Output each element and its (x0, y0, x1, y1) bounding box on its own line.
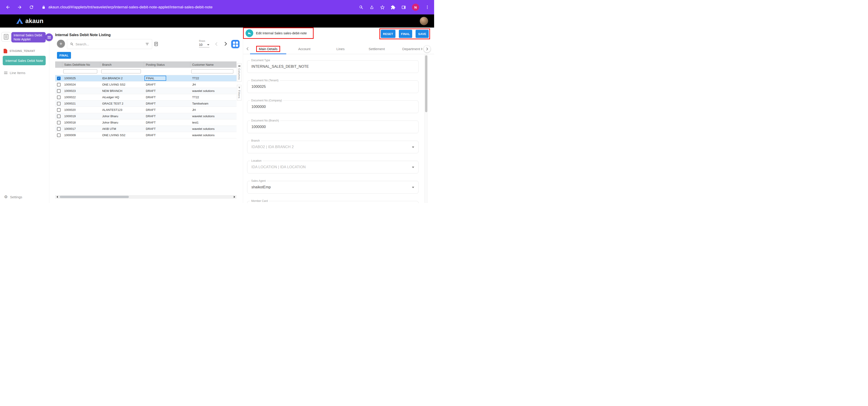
browser-toolbar: akaun.cloud/#/applets/tnt/wavelet/erp/in… (0, 0, 434, 14)
cell-posting-status[interactable]: DRAFT (144, 100, 190, 107)
cell-posting-status[interactable]: DRAFT (144, 132, 190, 138)
right-triangle-icon (234, 196, 235, 198)
form-field[interactable]: Document No (Tenant) 1000025 (247, 80, 418, 93)
row-checkbox[interactable] (57, 102, 61, 105)
final-filter-button[interactable]: FINAL (57, 52, 71, 59)
search-icon[interactable] (359, 5, 364, 10)
table-row[interactable]: 1000023 NEW BRANCH DRAFT wavelet solutio… (55, 88, 237, 94)
table-row[interactable]: 1000019 Johor Bharu DRAFT wavelet soluti… (55, 113, 237, 120)
form-field[interactable]: Document Type INTERNAL_SALES_DEBIT_NOTE (247, 60, 418, 73)
field-label: Sales Agent (250, 179, 267, 182)
tabs-scroll-left-icon[interactable] (245, 46, 250, 51)
browser-forward-icon[interactable] (17, 5, 22, 10)
applet-menu-button[interactable] (45, 33, 53, 41)
row-checkbox[interactable] (57, 121, 61, 125)
form-field[interactable]: Branch IDABO2 | IDA BRANCH 2 (247, 141, 418, 153)
url-text[interactable]: akaun.cloud/#/applets/tnt/wavelet/erp/in… (49, 5, 213, 9)
scroll-right-arrow[interactable] (232, 195, 237, 199)
sidebar-item-internal-sales-debit-note[interactable]: Internal Sales Debit Note (3, 56, 46, 65)
cell-posting-status[interactable]: DRAFT (144, 113, 190, 119)
user-avatar[interactable] (420, 17, 428, 25)
table-row[interactable]: 1000017 AKIB UTM DRAFT wavelet solutions (55, 126, 237, 132)
browser-back-icon[interactable] (5, 5, 10, 10)
grid-view-button[interactable] (231, 40, 240, 48)
column-filter-input[interactable] (63, 69, 97, 73)
side-panel-icon[interactable] (401, 5, 406, 10)
address-bar[interactable]: akaun.cloud/#/applets/tnt/wavelet/erp/in… (41, 5, 359, 9)
bookmark-star-icon[interactable] (380, 5, 385, 10)
padlock-icon[interactable] (41, 5, 46, 9)
share-icon[interactable] (369, 5, 374, 10)
cell-posting-status[interactable]: FINAL (144, 75, 190, 81)
column-header[interactable]: Posting Status (144, 61, 190, 68)
filter-list-icon[interactable] (145, 42, 149, 46)
horizontal-scrollbar[interactable] (55, 195, 237, 199)
editor-tab[interactable]: Account (286, 43, 322, 54)
extensions-puzzle-icon[interactable] (391, 5, 396, 10)
sidebar-item-applet[interactable]: Internal Sales Debit Note Applet (1, 32, 46, 42)
column-header[interactable]: Sales DebitNote No (62, 61, 100, 68)
vertical-scrollbar[interactable] (424, 55, 428, 203)
editor-tab[interactable]: Lines (322, 43, 359, 54)
cell-posting-status[interactable]: DRAFT (144, 107, 190, 113)
table-row[interactable]: 1000025 IDA BRANCH 2 FINAL TT22 (55, 75, 237, 81)
editor-tab[interactable]: Main Details (250, 43, 286, 54)
form-field[interactable]: Member Card (247, 201, 418, 203)
vertical-scroll-thumb[interactable] (425, 55, 427, 112)
filters-panel-toggle[interactable]: Filters (237, 85, 242, 100)
row-checkbox[interactable] (57, 127, 61, 131)
cell-posting-status[interactable]: DRAFT (144, 88, 190, 94)
row-checkbox[interactable] (57, 96, 61, 99)
row-checkbox[interactable] (57, 89, 61, 93)
column-header[interactable]: Branch (100, 61, 144, 68)
browser-menu-icon[interactable] (425, 5, 430, 9)
editor-tab[interactable]: Department H (395, 43, 423, 54)
document-list-icon[interactable] (154, 41, 158, 46)
table-row[interactable]: 1000020 ALANTEST123 DRAFT JH (55, 107, 237, 113)
sidebar-item-line-items[interactable]: Line Items (4, 71, 25, 75)
action-button[interactable]: SAVE (415, 30, 429, 38)
horizontal-scroll-thumb[interactable] (60, 196, 129, 198)
tabs-scroll-right-button[interactable] (424, 45, 431, 53)
field-value: 1000000 (251, 125, 266, 129)
previous-page-button[interactable] (214, 41, 219, 46)
row-checkbox[interactable] (57, 114, 61, 118)
browser-reload-icon[interactable] (29, 5, 34, 10)
row-checkbox[interactable] (57, 133, 61, 137)
next-page-button[interactable] (223, 41, 228, 46)
action-button[interactable]: RESET (381, 30, 396, 38)
cell-posting-status[interactable]: DRAFT (144, 81, 190, 88)
sidebar-item-tenant[interactable]: STAGING_TENANT (4, 49, 35, 53)
table-row[interactable]: 1000021 GRACE TEST 2 DRAFT Tamilselvam (55, 100, 237, 107)
column-filter-input[interactable] (191, 69, 233, 73)
row-checkbox[interactable] (57, 76, 61, 80)
search-input[interactable] (75, 42, 143, 46)
table-row[interactable]: 1000009 ONE LIVING SS2 DRAFT wavelet sol… (55, 132, 237, 138)
columns-panel-toggle[interactable]: Columns (237, 63, 242, 82)
form-field[interactable]: Location IDA LOCATION | IDA LOCATION (247, 161, 418, 173)
scroll-left-arrow[interactable] (55, 195, 59, 199)
browser-profile-avatar[interactable]: N (412, 4, 419, 11)
form-field[interactable]: Sales Agent shaikotEmp (247, 181, 418, 194)
table-row[interactable]: 1000024 ONE LIVING SS2 DRAFT JH (55, 81, 237, 88)
cell-posting-status[interactable]: DRAFT (144, 94, 190, 100)
editor-tab[interactable]: Settlement (359, 43, 395, 54)
sidebar-item-settings[interactable]: ⚙ Settings (4, 195, 22, 199)
rows-per-page-select[interactable]: 10 (199, 43, 209, 47)
cell-posting-status[interactable]: DRAFT (144, 120, 190, 126)
cell-posting-status[interactable]: DRAFT (144, 126, 190, 132)
column-filter-input[interactable] (101, 69, 141, 73)
row-checkbox-cell (55, 75, 62, 81)
table-row[interactable]: 1000022 AiLedger HQ DRAFT TT22 (55, 94, 237, 100)
action-button[interactable]: FINAL (399, 30, 412, 38)
table-row[interactable]: 1000018 Johor Bharu DRAFT test1 (55, 120, 237, 126)
form-field[interactable]: Document No (Company) 1000000 (247, 100, 418, 113)
column-header[interactable]: Customer Name (190, 61, 237, 68)
sidebar-item-label: Internal Sales Debit Note (5, 59, 43, 63)
row-checkbox[interactable] (57, 108, 61, 112)
applet-name-label[interactable]: Internal Sales Debit Note Applet (11, 32, 46, 42)
add-record-button[interactable]: + (57, 40, 65, 48)
row-checkbox[interactable] (57, 83, 61, 87)
form-field[interactable]: Document No (Branch) 1000000 (247, 121, 418, 133)
back-button[interactable] (246, 29, 253, 37)
